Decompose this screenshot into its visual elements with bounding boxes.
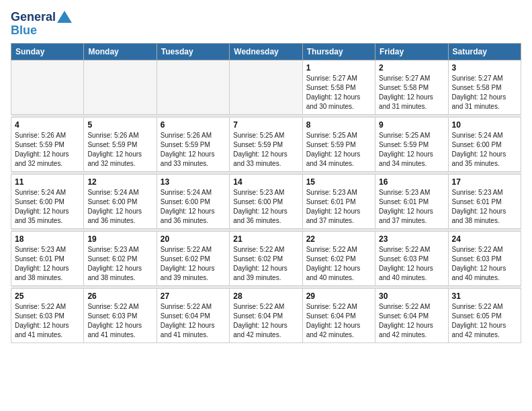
day-number: 28 [233, 291, 298, 301]
calendar-cell: 26Sunrise: 5:22 AM Sunset: 6:03 PM Dayli… [84, 288, 157, 342]
calendar-cell: 21Sunrise: 5:22 AM Sunset: 6:02 PM Dayli… [230, 231, 302, 285]
calendar-cell: 2Sunrise: 5:27 AM Sunset: 5:58 PM Daylig… [375, 60, 448, 114]
day-number: 26 [87, 291, 152, 301]
day-number: 12 [87, 177, 152, 187]
calendar-cell: 29Sunrise: 5:22 AM Sunset: 6:04 PM Dayli… [302, 288, 375, 342]
calendar-cell: 4Sunrise: 5:26 AM Sunset: 5:59 PM Daylig… [11, 117, 84, 171]
svg-marker-0 [57, 11, 72, 23]
calendar-header-row: SundayMondayTuesdayWednesdayThursdayFrid… [11, 43, 521, 60]
col-header-saturday: Saturday [448, 43, 521, 60]
calendar-cell: 18Sunrise: 5:23 AM Sunset: 6:01 PM Dayli… [11, 231, 84, 285]
day-number: 18 [15, 234, 80, 244]
day-info: Sunrise: 5:23 AM Sunset: 6:00 PM Dayligh… [233, 188, 298, 226]
day-info: Sunrise: 5:22 AM Sunset: 6:03 PM Dayligh… [379, 245, 444, 283]
day-info: Sunrise: 5:26 AM Sunset: 5:59 PM Dayligh… [87, 131, 152, 169]
col-header-monday: Monday [84, 43, 157, 60]
day-number: 25 [15, 291, 80, 301]
logo-general: General [11, 11, 56, 24]
day-info: Sunrise: 5:25 AM Sunset: 5:59 PM Dayligh… [233, 131, 298, 169]
calendar-table: SundayMondayTuesdayWednesdayThursdayFrid… [11, 43, 521, 343]
day-info: Sunrise: 5:22 AM Sunset: 6:02 PM Dayligh… [233, 245, 298, 283]
calendar-cell: 12Sunrise: 5:24 AM Sunset: 6:00 PM Dayli… [84, 174, 157, 228]
day-number: 11 [15, 177, 80, 187]
calendar-cell: 7Sunrise: 5:25 AM Sunset: 5:59 PM Daylig… [230, 117, 302, 171]
calendar-week-row: 18Sunrise: 5:23 AM Sunset: 6:01 PM Dayli… [11, 231, 521, 285]
day-info: Sunrise: 5:26 AM Sunset: 5:59 PM Dayligh… [161, 131, 226, 169]
day-info: Sunrise: 5:26 AM Sunset: 5:59 PM Dayligh… [15, 131, 80, 169]
day-info: Sunrise: 5:23 AM Sunset: 6:01 PM Dayligh… [379, 188, 444, 226]
day-info: Sunrise: 5:23 AM Sunset: 6:01 PM Dayligh… [15, 245, 80, 283]
day-number: 27 [161, 291, 226, 301]
day-number: 9 [379, 120, 444, 130]
day-info: Sunrise: 5:22 AM Sunset: 6:04 PM Dayligh… [306, 302, 371, 340]
col-header-friday: Friday [375, 43, 448, 60]
logo-blue: Blue [11, 24, 37, 38]
day-info: Sunrise: 5:22 AM Sunset: 6:04 PM Dayligh… [379, 302, 444, 340]
day-number: 7 [233, 120, 298, 130]
day-info: Sunrise: 5:23 AM Sunset: 6:01 PM Dayligh… [306, 188, 371, 226]
calendar-cell: 19Sunrise: 5:23 AM Sunset: 6:02 PM Dayli… [84, 231, 157, 285]
logo: General Blue [11, 11, 72, 38]
calendar-cell [11, 60, 84, 114]
day-number: 24 [452, 234, 517, 244]
logo-icon [57, 11, 72, 23]
day-number: 29 [306, 291, 371, 301]
col-header-tuesday: Tuesday [157, 43, 229, 60]
day-info: Sunrise: 5:22 AM Sunset: 6:02 PM Dayligh… [306, 245, 371, 283]
day-number: 15 [306, 177, 371, 187]
calendar-cell: 20Sunrise: 5:22 AM Sunset: 6:02 PM Dayli… [157, 231, 229, 285]
day-info: Sunrise: 5:24 AM Sunset: 6:00 PM Dayligh… [452, 131, 517, 169]
day-info: Sunrise: 5:23 AM Sunset: 6:01 PM Dayligh… [452, 188, 517, 226]
calendar-cell: 5Sunrise: 5:26 AM Sunset: 5:59 PM Daylig… [84, 117, 157, 171]
calendar-cell [84, 60, 157, 114]
day-number: 2 [379, 63, 444, 73]
day-number: 31 [452, 291, 517, 301]
day-info: Sunrise: 5:27 AM Sunset: 5:58 PM Dayligh… [379, 74, 444, 111]
calendar-cell: 30Sunrise: 5:22 AM Sunset: 6:04 PM Dayli… [375, 288, 448, 342]
calendar-week-row: 11Sunrise: 5:24 AM Sunset: 6:00 PM Dayli… [11, 174, 521, 228]
day-number: 14 [233, 177, 298, 187]
col-header-sunday: Sunday [11, 43, 84, 60]
calendar-cell: 28Sunrise: 5:22 AM Sunset: 6:04 PM Dayli… [230, 288, 302, 342]
day-number: 19 [87, 234, 152, 244]
calendar-cell: 11Sunrise: 5:24 AM Sunset: 6:00 PM Dayli… [11, 174, 84, 228]
col-header-wednesday: Wednesday [230, 43, 302, 60]
calendar-week-row: 4Sunrise: 5:26 AM Sunset: 5:59 PM Daylig… [11, 117, 521, 171]
day-number: 22 [306, 234, 371, 244]
calendar-cell [157, 60, 229, 114]
day-number: 10 [452, 120, 517, 130]
calendar-cell: 31Sunrise: 5:22 AM Sunset: 6:05 PM Dayli… [448, 288, 521, 342]
page-header: General Blue [11, 11, 521, 38]
calendar-cell: 10Sunrise: 5:24 AM Sunset: 6:00 PM Dayli… [448, 117, 521, 171]
day-number: 30 [379, 291, 444, 301]
day-number: 6 [161, 120, 226, 130]
day-info: Sunrise: 5:22 AM Sunset: 6:04 PM Dayligh… [161, 302, 226, 340]
calendar-cell: 9Sunrise: 5:25 AM Sunset: 5:59 PM Daylig… [375, 117, 448, 171]
day-number: 13 [161, 177, 226, 187]
calendar-cell: 3Sunrise: 5:27 AM Sunset: 5:58 PM Daylig… [448, 60, 521, 114]
day-number: 8 [306, 120, 371, 130]
day-info: Sunrise: 5:24 AM Sunset: 6:00 PM Dayligh… [15, 188, 80, 226]
day-info: Sunrise: 5:23 AM Sunset: 6:02 PM Dayligh… [87, 245, 152, 283]
calendar-cell: 8Sunrise: 5:25 AM Sunset: 5:59 PM Daylig… [302, 117, 375, 171]
calendar-cell: 1Sunrise: 5:27 AM Sunset: 5:58 PM Daylig… [302, 60, 375, 114]
day-number: 16 [379, 177, 444, 187]
calendar-week-row: 1Sunrise: 5:27 AM Sunset: 5:58 PM Daylig… [11, 60, 521, 114]
day-number: 3 [452, 63, 517, 73]
calendar-cell: 15Sunrise: 5:23 AM Sunset: 6:01 PM Dayli… [302, 174, 375, 228]
calendar-cell: 14Sunrise: 5:23 AM Sunset: 6:00 PM Dayli… [230, 174, 302, 228]
calendar-cell: 17Sunrise: 5:23 AM Sunset: 6:01 PM Dayli… [448, 174, 521, 228]
day-info: Sunrise: 5:22 AM Sunset: 6:03 PM Dayligh… [452, 245, 517, 283]
calendar-cell: 6Sunrise: 5:26 AM Sunset: 5:59 PM Daylig… [157, 117, 229, 171]
day-number: 20 [161, 234, 226, 244]
day-info: Sunrise: 5:25 AM Sunset: 5:59 PM Dayligh… [379, 131, 444, 169]
calendar-cell: 13Sunrise: 5:24 AM Sunset: 6:00 PM Dayli… [157, 174, 229, 228]
calendar-cell: 16Sunrise: 5:23 AM Sunset: 6:01 PM Dayli… [375, 174, 448, 228]
day-number: 21 [233, 234, 298, 244]
calendar-cell: 23Sunrise: 5:22 AM Sunset: 6:03 PM Dayli… [375, 231, 448, 285]
day-info: Sunrise: 5:22 AM Sunset: 6:04 PM Dayligh… [233, 302, 298, 340]
day-info: Sunrise: 5:25 AM Sunset: 5:59 PM Dayligh… [306, 131, 371, 169]
day-info: Sunrise: 5:24 AM Sunset: 6:00 PM Dayligh… [87, 188, 152, 226]
col-header-thursday: Thursday [302, 43, 375, 60]
calendar-cell: 27Sunrise: 5:22 AM Sunset: 6:04 PM Dayli… [157, 288, 229, 342]
